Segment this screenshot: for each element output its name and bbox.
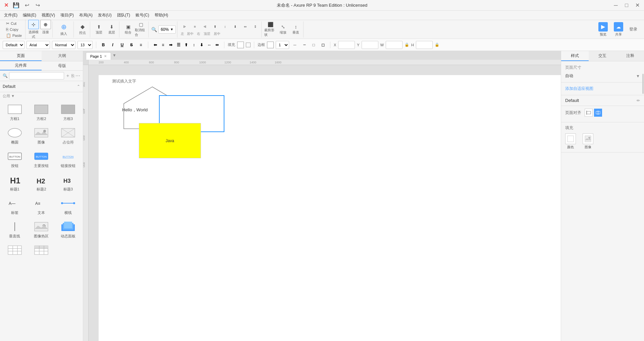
strikethrough-button[interactable]: S [128, 41, 135, 49]
preview-button[interactable]: ▶ 预览 [596, 21, 610, 38]
distribute-h-button[interactable]: ⇔ [240, 23, 250, 31]
minimize-button[interactable]: ─ [612, 1, 620, 9]
widget-box2[interactable]: 方框2 [30, 102, 54, 123]
canvas-scroll[interactable]: 测试插入文字 Hello，World Java [89, 65, 561, 341]
underline-button[interactable]: U [118, 41, 126, 49]
text-align-center[interactable]: ≡ [159, 41, 167, 49]
undo-button[interactable]: ↩ [23, 1, 31, 9]
fill-image-swatch[interactable] [583, 133, 593, 144]
search-input[interactable] [9, 72, 64, 79]
widget-h1[interactable]: H1 标题1 [3, 172, 27, 193]
distribute-v-button[interactable]: ⇕ [251, 23, 260, 31]
redo-button[interactable]: ↪ [34, 1, 42, 9]
text-align-left[interactable]: ⬅ [152, 41, 159, 49]
fill-shape-button[interactable]: ⬛ 裁剪形状 [264, 22, 276, 37]
x-input[interactable] [338, 41, 355, 49]
weight-select[interactable]: Normal [52, 41, 75, 49]
text-align-extra2[interactable]: ⇔ [213, 41, 221, 49]
ungroup-button[interactable]: ▢ 取消组合 [135, 22, 147, 37]
menu-file[interactable]: 文件(E) [1, 12, 20, 19]
fill-color-option[interactable]: 颜色 [565, 133, 576, 150]
canvas-tab-close[interactable]: ✕ [104, 54, 107, 58]
category-label[interactable]: 公用 ▼ [0, 92, 83, 99]
widget-link-button[interactable]: BUTTON 链接按钮 [56, 149, 80, 170]
style-select[interactable]: Default [3, 41, 24, 49]
subtab-masters[interactable]: 母版 [42, 61, 83, 70]
widget-box1[interactable]: 方框1 [3, 102, 27, 123]
widget-box3[interactable]: 方框3 [56, 102, 80, 123]
canvas-tab-dropdown[interactable]: ▼ [112, 53, 116, 58]
tab-interact[interactable]: 交互 [589, 51, 616, 61]
text-justify[interactable]: ☰ [175, 41, 182, 49]
maximize-button[interactable]: □ [623, 1, 631, 9]
align-center-icon-btn[interactable] [594, 109, 602, 117]
widget-image[interactable]: 图像 [30, 125, 54, 146]
copy-library-icon[interactable]: ⎘ [71, 73, 74, 78]
copy-button[interactable]: ⎘ Copy [5, 27, 22, 32]
tab-notes[interactable]: 注释 [616, 51, 644, 61]
close-button[interactable]: ✕ [633, 1, 641, 9]
widget-table2[interactable] [30, 243, 54, 259]
italic-button[interactable]: I [109, 41, 116, 49]
default-edit-icon[interactable]: ✏ [637, 98, 640, 103]
library-collapse-icon[interactable]: ⌃ [77, 84, 80, 89]
menu-publish[interactable]: 发布(U) [95, 12, 114, 19]
menu-account[interactable]: 账号(C) [133, 12, 152, 19]
text-align-bottom[interactable]: ⬇ [198, 41, 205, 49]
text-align-right[interactable]: ➡ [167, 41, 174, 49]
select-mode-btn[interactable]: ⊹ [28, 20, 39, 29]
border-corner-square[interactable]: □ [310, 41, 317, 49]
menu-layout[interactable]: 布局(A) [76, 12, 95, 19]
paste-button[interactable]: 📋 Paste [5, 33, 22, 38]
text-align-mid[interactable]: ↕ [190, 41, 198, 49]
more-icon[interactable]: ⋯ [75, 73, 80, 78]
h-input[interactable] [416, 41, 433, 49]
connect-mode-btn[interactable]: ⊕ [40, 20, 51, 29]
widget-table1[interactable] [3, 243, 27, 259]
list-button[interactable]: ≡ [137, 41, 145, 49]
java-rect[interactable]: Java [139, 123, 201, 158]
cut-button[interactable]: ✂ Cut [5, 21, 22, 26]
scale-button[interactable]: ⤡ 缩放 [277, 22, 289, 37]
align-mid-button[interactable]: ↕ [220, 23, 230, 31]
align-right-button[interactable]: ⫷ [200, 23, 210, 31]
border-style-solid[interactable]: ─ [291, 41, 299, 49]
widget-h2[interactable]: H2 标题2 [30, 172, 54, 193]
menu-edit[interactable]: 编辑(E) [20, 12, 39, 19]
tab-outline[interactable]: 大纲 [42, 51, 83, 61]
tab-style[interactable]: 样式 [561, 51, 589, 61]
border-corner-round[interactable]: ◻ [319, 41, 327, 49]
widget-hotspot[interactable]: 图像热区 [30, 219, 54, 240]
subtab-widgets[interactable]: 元件库 [0, 61, 42, 70]
widget-text[interactable]: A≡ 文本 [30, 196, 54, 217]
widget-ellipse[interactable]: 椭圆 [3, 125, 27, 146]
control-point-button[interactable]: ◆ 控点 [76, 22, 89, 37]
widget-hline[interactable]: 横线 [56, 196, 80, 217]
fill-color-swatch[interactable] [565, 133, 576, 144]
text-align-top[interactable]: ⬆ [182, 41, 190, 49]
fill-color-box[interactable] [237, 42, 244, 48]
group-button[interactable]: ▣ 组合 [122, 22, 134, 37]
widget-label[interactable]: A— 标签 [3, 196, 27, 217]
menu-team[interactable]: 团队(T) [114, 12, 133, 19]
bold-button[interactable]: B [100, 41, 107, 49]
border-color-box[interactable] [267, 42, 274, 48]
login-button[interactable]: 登录 [627, 25, 640, 34]
order-bottom-button[interactable]: ⬇ 底层 [106, 22, 118, 37]
text-align-extra1[interactable]: ↔ [206, 41, 213, 49]
align-bottom-button[interactable]: ⬇ [230, 23, 240, 31]
y-input[interactable] [362, 41, 378, 49]
canvas-tab-page1[interactable]: Page 1 ✕ [86, 52, 111, 60]
border-style-dashed[interactable]: ┄ [301, 41, 308, 49]
right-scrollbar[interactable] [642, 67, 644, 341]
widget-h3[interactable]: H3 标题3 [56, 172, 80, 193]
align-left-button[interactable]: ⫸ [180, 23, 190, 31]
save-button[interactable]: 💾 [12, 1, 20, 9]
add-library-icon[interactable]: ＋ [65, 73, 70, 79]
w-input[interactable] [386, 41, 402, 49]
add-adaptive-link[interactable]: 添加自适应视图 [565, 86, 640, 92]
align-top-button[interactable]: ⬆ [210, 23, 220, 31]
widget-button[interactable]: BUTTON 按钮 [3, 149, 27, 170]
vertical-button[interactable]: ↕ 垂直 [290, 22, 302, 37]
zoom-control[interactable]: 60% ▼ [158, 25, 176, 34]
